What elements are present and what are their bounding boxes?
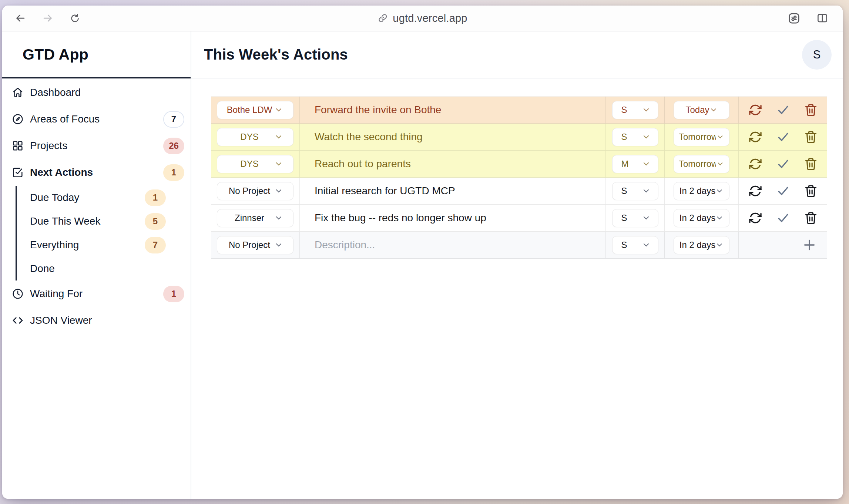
count-badge: 1 bbox=[163, 286, 184, 302]
sidebar-item-dashboard[interactable]: Dashboard bbox=[2, 79, 191, 106]
chevron-down-icon bbox=[642, 132, 651, 141]
project-dropdown[interactable]: DYS bbox=[217, 155, 293, 173]
recur-button[interactable] bbox=[748, 157, 762, 171]
sync-icon bbox=[748, 130, 762, 144]
action-description[interactable]: Forward the invite on Bothe bbox=[300, 97, 606, 123]
sidebar-item-due-this-week[interactable]: Due This Week 5 bbox=[17, 209, 191, 233]
sync-icon bbox=[748, 103, 762, 117]
recur-button[interactable] bbox=[748, 103, 762, 117]
recur-button[interactable] bbox=[748, 130, 762, 144]
delete-button[interactable] bbox=[804, 184, 818, 198]
action-description[interactable]: Initial research for UGTD MCP bbox=[300, 178, 606, 204]
due-date-dropdown[interactable]: Tomorrow bbox=[674, 155, 729, 173]
new-action-row: No Project S bbox=[211, 232, 827, 259]
page-title: This Week's Actions bbox=[204, 46, 802, 63]
sidebar: GTD App Dashboard Areas of Focus 7 Proje… bbox=[2, 31, 191, 499]
main-pane: This Week's Actions S Bothe LDW Forward … bbox=[191, 31, 843, 499]
sync-icon bbox=[748, 184, 762, 198]
project-dropdown[interactable]: No Project bbox=[217, 182, 293, 200]
sidebar-item-waiting-for[interactable]: Waiting For 1 bbox=[2, 280, 191, 307]
action-description[interactable]: Reach out to parents bbox=[300, 151, 606, 177]
check-icon bbox=[776, 211, 790, 225]
project-dropdown[interactable]: Zinnser bbox=[217, 209, 293, 227]
effort-dropdown[interactable]: M bbox=[612, 155, 658, 173]
project-dropdown[interactable]: Bothe LDW bbox=[217, 101, 293, 119]
new-action-description-input[interactable] bbox=[315, 239, 605, 251]
complete-button[interactable] bbox=[776, 157, 790, 171]
due-date-dropdown[interactable]: In 2 days bbox=[674, 209, 729, 227]
action-description[interactable]: Watch the second thing bbox=[300, 124, 606, 150]
complete-button[interactable] bbox=[776, 211, 790, 225]
back-button[interactable] bbox=[15, 13, 26, 24]
sync-icon bbox=[748, 211, 762, 225]
count-badge: 7 bbox=[163, 111, 184, 128]
sidebar-item-next-actions[interactable]: Next Actions 1 bbox=[2, 159, 191, 186]
chevron-down-icon bbox=[715, 214, 724, 222]
delete-button[interactable] bbox=[804, 157, 818, 171]
action-row: DYS Watch the second thing S Tomorro bbox=[211, 124, 827, 151]
chevron-down-icon bbox=[642, 159, 651, 168]
check-icon bbox=[776, 103, 790, 117]
sidebar-item-due-today[interactable]: Due Today 1 bbox=[17, 186, 191, 209]
due-date-dropdown[interactable]: Today bbox=[674, 101, 729, 119]
recur-button[interactable] bbox=[748, 211, 762, 225]
chevron-down-icon bbox=[715, 241, 724, 249]
page-header: This Week's Actions S bbox=[191, 31, 843, 78]
complete-button[interactable] bbox=[776, 184, 790, 198]
due-date-dropdown[interactable]: Tomorrow bbox=[674, 128, 729, 146]
add-action-button[interactable] bbox=[802, 238, 817, 252]
action-row: Bothe LDW Forward the invite on Bothe S bbox=[211, 97, 827, 124]
due-date-dropdown[interactable]: In 2 days bbox=[674, 182, 729, 200]
chevron-down-icon bbox=[642, 105, 651, 114]
effort-dropdown[interactable]: S bbox=[612, 182, 658, 200]
chevron-down-icon bbox=[274, 132, 283, 141]
effort-dropdown[interactable]: S bbox=[612, 128, 658, 146]
app-title: GTD App bbox=[23, 46, 88, 63]
compass-icon bbox=[12, 113, 24, 125]
sidebar-item-json-viewer[interactable]: JSON Viewer bbox=[2, 307, 191, 334]
chevron-down-icon bbox=[274, 241, 283, 249]
count-badge: 1 bbox=[145, 189, 166, 206]
sidebar-item-projects[interactable]: Projects 26 bbox=[2, 132, 191, 159]
count-badge: 26 bbox=[163, 138, 184, 154]
sidebar-item-done[interactable]: Done bbox=[17, 257, 191, 280]
action-description[interactable]: Fix the bug -- reds no longer show up bbox=[300, 205, 606, 231]
extensions-button[interactable] bbox=[788, 12, 801, 25]
home-icon bbox=[12, 87, 24, 98]
sidebar-item-everything[interactable]: Everything 7 bbox=[17, 233, 191, 257]
due-date-dropdown[interactable]: In 2 days bbox=[674, 236, 729, 254]
complete-button[interactable] bbox=[776, 103, 790, 117]
project-dropdown[interactable]: DYS bbox=[217, 128, 293, 146]
chevron-down-icon bbox=[274, 105, 283, 114]
sync-icon bbox=[748, 157, 762, 171]
action-row: Zinnser Fix the bug -- reds no longer sh… bbox=[211, 205, 827, 232]
plus-icon bbox=[802, 238, 817, 252]
actions-table: Bothe LDW Forward the invite on Bothe S bbox=[211, 96, 827, 259]
chevron-down-icon bbox=[274, 187, 283, 195]
effort-dropdown[interactable]: S bbox=[612, 236, 658, 254]
address-bar[interactable]: ugtd.vercel.app bbox=[377, 12, 467, 24]
count-badge: 5 bbox=[145, 213, 166, 230]
sidebar-item-areas-of-focus[interactable]: Areas of Focus 7 bbox=[2, 106, 191, 132]
forward-button[interactable] bbox=[42, 13, 53, 24]
project-dropdown[interactable]: No Project bbox=[217, 236, 293, 254]
complete-button[interactable] bbox=[776, 130, 790, 144]
action-row: No Project Initial research for UGTD MCP… bbox=[211, 178, 827, 205]
chevron-down-icon bbox=[715, 187, 724, 195]
browser-window: ugtd.vercel.app GTD App Dashboard bbox=[2, 6, 843, 499]
reload-button[interactable] bbox=[70, 13, 80, 24]
chevron-down-icon bbox=[274, 159, 283, 168]
sidebar-header: GTD App bbox=[2, 31, 191, 78]
avatar[interactable]: S bbox=[802, 40, 832, 70]
check-icon bbox=[776, 184, 790, 198]
delete-button[interactable] bbox=[804, 103, 818, 117]
effort-dropdown[interactable]: S bbox=[612, 209, 658, 227]
chevron-down-icon bbox=[274, 214, 283, 222]
split-view-button[interactable] bbox=[816, 12, 829, 24]
delete-button[interactable] bbox=[804, 130, 818, 144]
recur-button[interactable] bbox=[748, 184, 762, 198]
action-row: DYS Reach out to parents M Tomorrow bbox=[211, 151, 827, 178]
chevron-down-icon bbox=[716, 160, 724, 168]
delete-button[interactable] bbox=[804, 211, 818, 225]
effort-dropdown[interactable]: S bbox=[612, 101, 658, 119]
